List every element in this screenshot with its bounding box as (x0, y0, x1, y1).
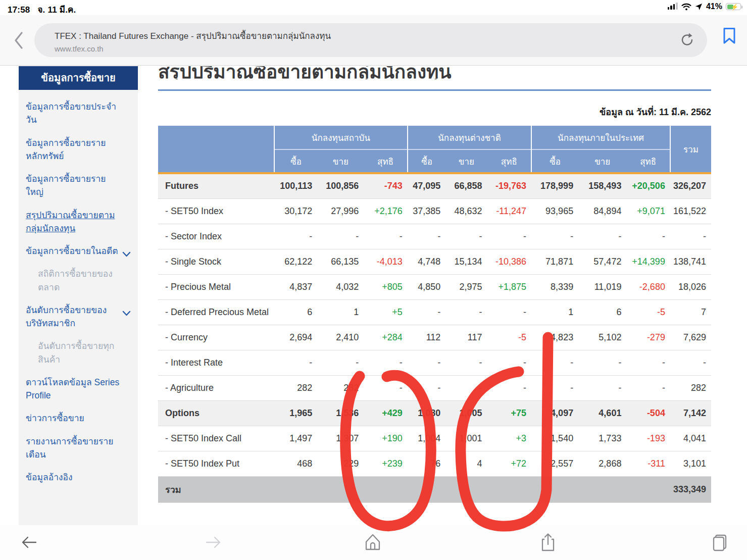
sidebar-item-label: ข้อมูลการซื้อขายรายหลักทรัพย์ (26, 138, 106, 161)
sidebar-item[interactable]: ข้อมูลการซื้อขายประจำวัน (26, 100, 131, 127)
cell-value (408, 476, 446, 502)
row-label: รวม (158, 476, 274, 502)
cell-value: -279 (626, 325, 670, 350)
cell-value: - (408, 350, 446, 375)
sidebar-item[interactable]: สถิติการซื้อขายของตลาด (38, 267, 131, 294)
header-sell: ขาย (317, 149, 364, 173)
cell-value: 3,101 (670, 451, 711, 476)
reload-icon[interactable] (680, 32, 695, 47)
row-label: - SET50 Index Put (158, 451, 274, 476)
row-label: - Agriculture (158, 375, 274, 400)
row-label: - Sector Index (158, 224, 274, 249)
row-label: - SET50 Index (158, 198, 274, 224)
header-group-domestic: นักลงทุนภายในประเทศ (531, 126, 670, 149)
cell-value: +1,875 (487, 274, 532, 299)
header-group-institution: นักลงทุนสถาบัน (274, 126, 408, 149)
cell-value: 117 (445, 325, 487, 350)
sidebar-item[interactable]: สรุปปริมาณซื้อขายตามกลุ่มนักลงทุน (26, 209, 131, 235)
cell-value: 66,135 (317, 249, 364, 274)
header-sell: ขาย (578, 149, 626, 173)
cell-value: 4,032 (317, 274, 364, 299)
table-row: - Deferred Precious Metal61+5---16-57 (158, 299, 711, 325)
page-content: ข้อมูลการซื้อขาย ข้อมูลการซื้อขายประจำวั… (0, 66, 747, 525)
sidebar-item[interactable]: ข่าวการซื้อขาย (26, 412, 131, 425)
forward-arrow-icon[interactable] (203, 532, 223, 552)
cell-value: - (487, 299, 532, 325)
sidebar-item[interactable]: ข้อมูลอ้างอิง (26, 471, 131, 484)
address-bar[interactable]: TFEX : Thailand Futures Exchange - สรุปป… (34, 23, 707, 57)
sidebar-item[interactable]: ข้อมูลการซื้อขายในอดีต (26, 244, 131, 258)
cell-value: 62,122 (274, 249, 317, 274)
status-time: 17:58 (8, 5, 30, 15)
cell-value: 1,540 (531, 426, 578, 451)
sidebar-item[interactable]: อันดับการซื้อขายของบริษัทสมาชิก (26, 303, 131, 330)
table-row: - Single Stock62,12266,135-4,0134,74815,… (158, 249, 711, 274)
cell-value: -743 (364, 173, 408, 198)
back-arrow-icon[interactable] (19, 532, 39, 552)
cell-value: 4,823 (531, 325, 578, 350)
cell-value: 4,837 (274, 274, 317, 299)
sidebar-item[interactable]: ดาวน์โหลดข้อมูล Series Profile (26, 376, 131, 402)
cell-value: - (364, 350, 408, 375)
sidebar-item[interactable]: ข้อมูลการซื้อขายรายหลักทรัพย์ (26, 136, 131, 163)
table-row: - Sector Index---------- (158, 224, 711, 249)
cell-value: 282 (274, 375, 317, 400)
cell-value: - (408, 299, 446, 325)
cell-value: -5 (487, 325, 532, 350)
header-buy: ซื้อ (531, 149, 578, 173)
cell-value: - (364, 224, 408, 249)
table-row: - Interest Rate---------- (158, 350, 711, 375)
page-title-clip: สรุปปริมาณซื้อขายตามกลุ่มนักลงทุน (158, 66, 711, 79)
cell-value: 1,005 (445, 400, 487, 426)
row-label: - Currency (158, 325, 274, 350)
cell-value: 2,975 (445, 274, 487, 299)
cell-value (274, 476, 317, 502)
cell-value: +5 (364, 299, 408, 325)
page-title: สรุปปริมาณซื้อขายตามกลุ่มนักลงทุน (158, 66, 711, 79)
cell-value: - (445, 375, 487, 400)
table-row: - Agriculture282282-------282 (158, 375, 711, 400)
sidebar-item[interactable]: รายงานการซื้อขายรายเดือน (26, 435, 131, 462)
cell-value: 7,629 (670, 325, 711, 350)
cell-value: - (670, 350, 711, 375)
cell-value: 282 (317, 375, 364, 400)
sidebar-item-label: ข้อมูลการซื้อขายรายใหญ่ (26, 174, 106, 197)
cell-value: 76 (408, 451, 446, 476)
cell-value: - (274, 224, 317, 249)
cell-value: - (445, 224, 487, 249)
cell-value (531, 476, 578, 502)
home-icon[interactable] (363, 532, 383, 552)
cell-value: +805 (364, 274, 408, 299)
tabs-icon[interactable] (710, 532, 730, 552)
cell-value: 47,095 (408, 173, 446, 198)
sidebar-item-label: ข้อมูลการซื้อขายในอดีต (26, 246, 118, 256)
cell-value: +20,506 (626, 173, 670, 198)
back-chevron-icon[interactable] (13, 31, 24, 49)
header-group-foreign: นักลงทุนต่างชาติ (408, 126, 531, 149)
cell-value: - (578, 350, 626, 375)
sidebar-item[interactable]: ข้อมูลการซื้อขายรายใหญ่ (26, 172, 131, 199)
row-label: - SET50 Index Call (158, 426, 274, 451)
share-icon[interactable] (538, 532, 558, 552)
sidebar-item-label: ข่าวการซื้อขาย (26, 413, 84, 423)
cell-value: - (445, 299, 487, 325)
sidebar-item-label: อันดับการซื้อขายของบริษัทสมาชิก (26, 305, 107, 328)
cell-value: 1,307 (317, 426, 364, 451)
cell-value: 1,004 (408, 426, 446, 451)
header-total: รวม (670, 126, 711, 173)
cell-value: - (317, 350, 364, 375)
cell-value: 468 (274, 451, 317, 476)
cell-value: 37,385 (408, 198, 446, 224)
cell-value: 15,134 (445, 249, 487, 274)
cell-value: - (364, 375, 408, 400)
header-buy: ซื้อ (274, 149, 317, 173)
cell-value (578, 476, 626, 502)
sidebar-item[interactable]: อันดับการซื้อขายทุกสินค้า (38, 339, 131, 366)
cell-value: -2,680 (626, 274, 670, 299)
chevron-down-icon (122, 307, 131, 320)
bookmark-icon[interactable] (722, 27, 737, 44)
table-row: รวม333,349 (158, 476, 711, 502)
cell-value: 2,557 (531, 451, 578, 476)
cell-value: -504 (626, 400, 670, 426)
cell-value: 100,113 (274, 173, 317, 198)
